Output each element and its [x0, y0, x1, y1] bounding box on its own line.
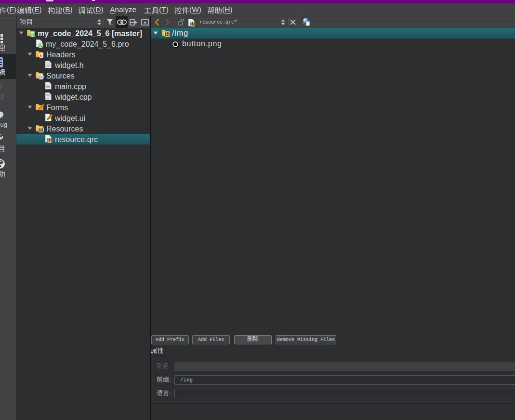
svg-text:Qt: Qt [39, 43, 42, 47]
svg-text:Qt: Qt [31, 33, 35, 37]
svg-text:C: C [39, 74, 42, 79]
svg-text:h: h [40, 53, 42, 58]
